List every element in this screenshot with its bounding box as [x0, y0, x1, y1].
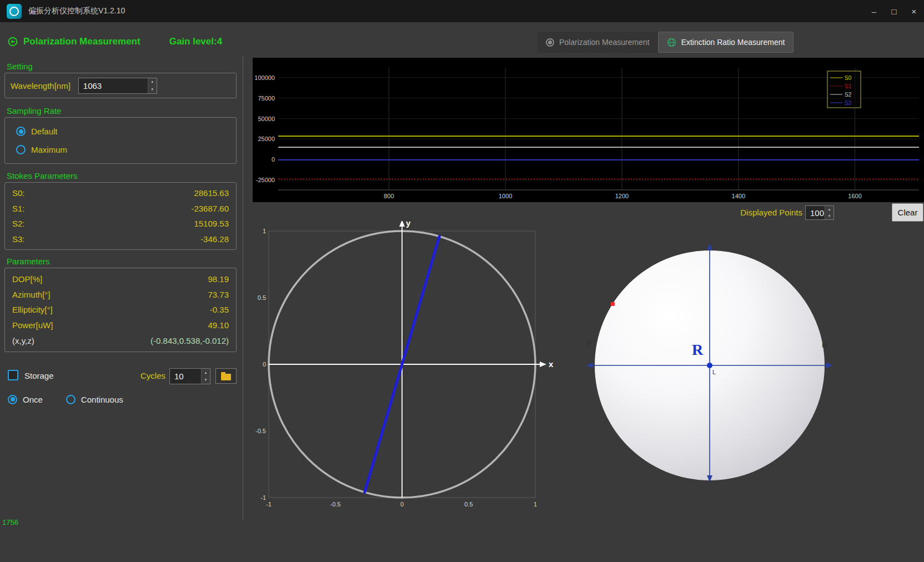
radio-dot-icon: [16, 145, 26, 154]
spin-up-icon[interactable]: ▲: [148, 78, 157, 86]
poincare-sphere-plot: V H R L: [566, 221, 924, 540]
svg-text:1: 1: [263, 228, 266, 234]
svg-text:1400: 1400: [732, 193, 745, 199]
stokes-group-title: Stokes Parameters: [7, 171, 78, 180]
power-label: Power[uW]: [12, 320, 53, 330]
dop-value: 98.19: [208, 274, 229, 284]
window-title: 偏振分析仪控制系统V1.2.10: [28, 6, 125, 16]
azimuth-value: 73.73: [208, 290, 229, 299]
svg-text:0: 0: [400, 501, 404, 508]
svg-text:-1: -1: [266, 501, 272, 508]
radio-once[interactable]: Once: [8, 391, 43, 408]
svg-text:-0.5: -0.5: [255, 428, 266, 434]
svg-text:-1: -1: [260, 494, 266, 501]
sampling-group-title: Sampling Rate: [7, 106, 61, 116]
svg-text:800: 800: [384, 193, 394, 199]
radio-label: Default: [31, 127, 58, 136]
storage-row: Storage Cycles 10 ▲▼: [4, 367, 237, 385]
browse-folder-button[interactable]: [215, 368, 237, 384]
cycles-label: Cycles: [140, 371, 165, 380]
spin-down-icon[interactable]: ▼: [202, 377, 210, 384]
tab-extinction-ratio-measurement[interactable]: Extinction Ratio Measurement: [658, 32, 794, 53]
spinner-buttons[interactable]: ▲▼: [825, 206, 833, 219]
status-group: Polarization Measurement Gain level:4: [8, 33, 222, 50]
maximize-button[interactable]: □: [884, 0, 904, 22]
measurement-status-icon: [8, 37, 18, 47]
svg-text:0.5: 0.5: [258, 294, 266, 301]
radio-dot-icon: [66, 395, 76, 404]
displayed-points-spinbox[interactable]: 100 ▲▼: [805, 205, 834, 220]
azimuth-label: Azimuth[°]: [12, 290, 51, 299]
radio-ring-icon: [546, 38, 554, 47]
ellipticity-label: Ellipticity[°]: [12, 305, 53, 314]
spin-up-icon[interactable]: ▲: [825, 206, 833, 213]
wavelength-spinbox[interactable]: 1063 ▲▼: [78, 78, 157, 94]
svg-text:S0: S0: [845, 75, 852, 81]
spin-up-icon[interactable]: ▲: [202, 369, 210, 377]
table-row: S3:-346.28: [5, 234, 236, 244]
polarization-ellipse-plot: -1-1-0.5-0.5000.50.511xy: [253, 221, 575, 513]
sphere-h-label: H: [822, 341, 827, 349]
table-row: S2:15109.53: [5, 219, 236, 228]
parameters-panel: DOP[%]98.19 Azimuth[°]73.73 Ellipticity[…: [4, 268, 237, 352]
gain-level-label: Gain level:4: [169, 36, 222, 47]
table-row: (x,y,z)(-0.843,0.538,-0.012): [5, 336, 236, 345]
sphere-v-label: V: [586, 339, 591, 347]
titlebar: 偏振分析仪控制系统V1.2.10 – □ ×: [0, 0, 924, 22]
svg-text:25000: 25000: [258, 136, 275, 142]
app-logo-icon: [7, 4, 22, 19]
table-row: Power[uW]49.10: [5, 320, 236, 330]
spinner-buttons[interactable]: ▲▼: [148, 78, 157, 93]
stokes-s1-value: -23687.60: [191, 204, 229, 213]
radio-continuous[interactable]: Continuous: [66, 391, 123, 408]
table-row: Ellipticity[°]-0.35: [5, 305, 236, 314]
table-row: S0:28615.63: [5, 188, 236, 198]
displayed-points-value: 100: [806, 206, 825, 219]
radio-dot-icon: [8, 395, 17, 404]
svg-text:-0.5: -0.5: [330, 501, 341, 508]
radio-dot-icon: [16, 127, 26, 136]
displayed-points-label: Displayed Points: [740, 208, 802, 217]
vertical-divider: [243, 56, 243, 521]
svg-text:-25000: -25000: [256, 177, 275, 183]
stokes-s3-label: S3:: [12, 234, 25, 244]
svg-text:1: 1: [534, 501, 537, 508]
measurement-status-label: Polarization Measurement: [23, 36, 140, 47]
lens-icon: [9, 7, 19, 16]
svg-text:S3: S3: [845, 100, 852, 106]
svg-text:y: y: [406, 221, 411, 228]
spin-down-icon[interactable]: ▼: [825, 213, 833, 219]
svg-text:1000: 1000: [499, 193, 512, 199]
stokes-s0-value: 28615.63: [194, 188, 229, 198]
close-button[interactable]: ×: [904, 0, 924, 22]
ellipse-chart-svg: -1-1-0.5-0.5000.50.511xy: [253, 221, 575, 513]
globe-icon: [667, 38, 676, 47]
sampling-panel: Default Maximum: [4, 117, 237, 164]
folder-icon: [221, 374, 231, 380]
storage-checkbox[interactable]: [8, 370, 18, 380]
radio-default[interactable]: Default: [16, 127, 236, 136]
tab-polarization-measurement[interactable]: Polarization Measurement: [538, 32, 658, 53]
minimize-button[interactable]: –: [864, 0, 884, 22]
sphere-axes: [566, 221, 924, 540]
run-mode-row: Once Continuous: [4, 391, 237, 408]
cycles-spinbox[interactable]: 10 ▲▼: [169, 368, 210, 384]
spinner-buttons[interactable]: ▲▼: [201, 369, 210, 384]
spin-down-icon[interactable]: ▼: [148, 86, 157, 93]
power-value: 49.10: [208, 320, 229, 330]
stokes-strip-chart: 1000007500050000250000-25000800100012001…: [253, 58, 924, 202]
table-row: Azimuth[°]73.73: [5, 290, 236, 299]
svg-text:100000: 100000: [254, 74, 275, 81]
storage-label: Storage: [24, 371, 54, 380]
radio-maximum[interactable]: Maximum: [16, 145, 236, 154]
svg-text:1600: 1600: [848, 193, 861, 199]
stokes-panel: S0:28615.63 S1:-23687.60 S2:15109.53 S3:…: [4, 182, 237, 250]
clear-button[interactable]: Clear: [892, 203, 923, 222]
svg-text:S1: S1: [845, 83, 852, 89]
sphere-center-dot: [707, 363, 712, 368]
tab-label: Polarization Measurement: [559, 38, 650, 47]
svg-text:0: 0: [272, 156, 275, 163]
radio-label: Maximum: [31, 145, 67, 154]
wavelength-label: Wavelength[nm]: [11, 81, 71, 91]
strip-chart-svg: 1000007500050000250000-25000800100012001…: [253, 58, 924, 202]
